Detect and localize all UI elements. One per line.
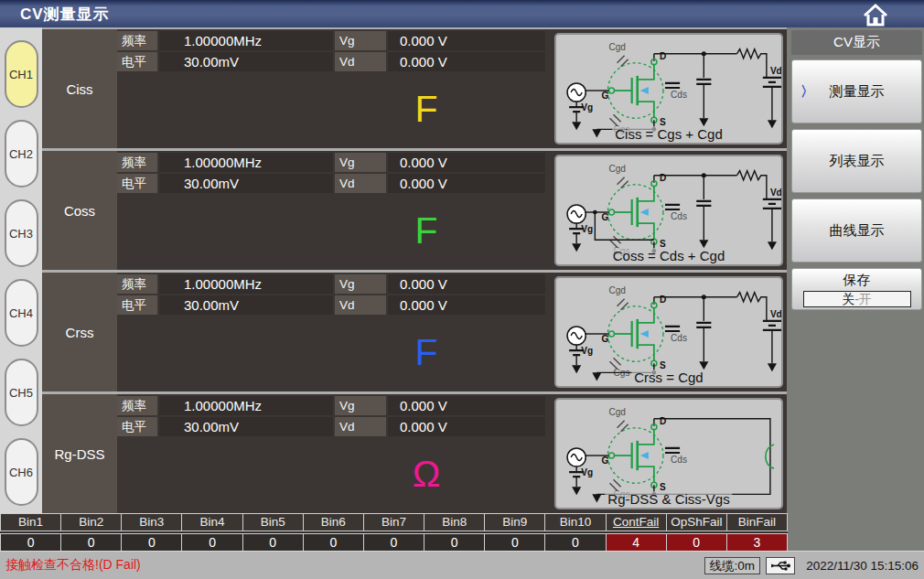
- frequency-value: 1.00000MHz: [159, 31, 333, 50]
- channel-button-ch3[interactable]: CH3: [5, 199, 38, 267]
- level-label: 电平: [117, 174, 157, 193]
- vd-value: 0.000 V: [388, 417, 545, 436]
- button-save[interactable]: 保存 关-开: [791, 268, 922, 310]
- bin-value-row: 0 0 0 0 0 0 0 0 0 0 4 0 3: [0, 533, 788, 552]
- bin-header: Bin3: [122, 514, 181, 531]
- toggle-on-label: 开: [859, 292, 872, 306]
- titlebar: CV测量显示: [0, 0, 924, 27]
- bin-count: 0: [424, 534, 484, 551]
- channel-label: CH5: [9, 386, 33, 400]
- sidebar-title: CV显示: [791, 30, 922, 55]
- bin-header-binfail: BinFail: [727, 514, 787, 531]
- channel-label: CH4: [9, 306, 33, 320]
- channel-label: CH1: [9, 68, 33, 81]
- circuit-caption: Coss = Cds + Cgd: [610, 248, 728, 263]
- bin-header: Bin8: [424, 514, 484, 531]
- bin-header: Bin1: [1, 514, 60, 531]
- svg-text:Vd: Vd: [770, 66, 781, 76]
- circuit-caption: Crss = Cgd: [631, 370, 705, 385]
- channel-button-ch2[interactable]: CH2: [5, 120, 38, 188]
- svg-text:G: G: [601, 334, 608, 344]
- svg-text:Cds: Cds: [671, 90, 687, 100]
- measurement-unit: F: [414, 193, 437, 268]
- vd-label: Vd: [335, 52, 386, 71]
- vg-label: Vg: [335, 396, 386, 415]
- measurement-unit: Ω: [413, 436, 441, 511]
- clock: 2022/11/30 15:15:06: [800, 559, 919, 573]
- measurement-row-ciss: Ciss 频率 1.00000MHz Vg 0.000 V 电平 30.00mV…: [42, 29, 787, 148]
- svg-text:Vd: Vd: [770, 188, 781, 198]
- svg-text:G: G: [601, 91, 608, 101]
- svg-text:D: D: [660, 173, 666, 183]
- bin-header: Bin7: [364, 514, 424, 531]
- measurement-data: 频率 1.00000MHz Vg 0.000 V 电平 30.00mV Vd 0…: [117, 151, 551, 270]
- measurement-data: 频率 1.00000MHz Vg 0.000 V 电平 30.00mV Vd 0…: [117, 29, 551, 148]
- bin-header-opshfail: OpShFail: [667, 514, 726, 531]
- channel-button-ch1[interactable]: CH1: [5, 40, 38, 108]
- bin-count: 0: [304, 534, 363, 551]
- level-label: 电平: [117, 295, 157, 315]
- vg-label: Vg: [335, 274, 386, 294]
- bin-header: Bin5: [243, 514, 303, 531]
- circuit-panel: Vd D S G: [554, 33, 783, 145]
- level-value: 30.00mV: [159, 295, 333, 315]
- bin-count: 0: [545, 534, 605, 551]
- svg-text:G: G: [601, 212, 608, 222]
- frequency-value: 1.00000MHz: [159, 274, 333, 294]
- button-list-display[interactable]: 列表显示: [791, 129, 922, 193]
- channel-button-ch5[interactable]: CH5: [5, 359, 38, 426]
- vd-label: Vd: [335, 295, 386, 315]
- svg-text:Cgd: Cgd: [608, 164, 626, 174]
- channel-button-ch4[interactable]: CH4: [5, 279, 38, 347]
- vd-label: Vd: [335, 174, 386, 193]
- save-toggle[interactable]: 关-开: [803, 291, 911, 307]
- svg-text:G: G: [601, 456, 608, 466]
- button-measure-display[interactable]: 〉 测量显示: [791, 59, 922, 123]
- bin-count: 0: [364, 534, 424, 551]
- vg-label: Vg: [335, 153, 386, 172]
- frequency-value: 1.00000MHz: [159, 153, 333, 172]
- measurement-row-rgdss: Rg-DSS 频率 1.00000MHz Vg 0.000 V 电平 30.00…: [42, 394, 787, 513]
- bin-header: Bin4: [182, 514, 242, 531]
- bin-count: 0: [1, 534, 60, 551]
- svg-text:Vg: Vg: [581, 346, 593, 356]
- frequency-label: 频率: [117, 274, 157, 294]
- vg-value: 0.000 V: [388, 274, 545, 294]
- level-value: 30.00mV: [159, 52, 333, 71]
- measurement-data: 频率 1.00000MHz Vg 0.000 V 电平 30.00mV Vd 0…: [117, 394, 551, 513]
- vg-label: Vg: [335, 31, 386, 50]
- bin-header: Bin9: [485, 514, 544, 531]
- measurement-row-coss: Coss 频率 1.00000MHz Vg 0.000 V 电平 30.00mV…: [42, 151, 787, 270]
- vd-value: 0.000 V: [388, 295, 545, 315]
- circuit-panel: Vd D S G: [554, 155, 783, 266]
- level-value: 30.00mV: [159, 417, 333, 436]
- button-label: 测量显示: [830, 83, 885, 101]
- button-curve-display[interactable]: 曲线显示: [791, 198, 922, 263]
- vd-value: 0.000 V: [388, 174, 545, 193]
- vg-value: 0.000 V: [388, 31, 545, 50]
- bin-header: Bin6: [304, 514, 363, 531]
- channel-button-ch6[interactable]: CH6: [5, 438, 38, 506]
- bin-header-contfail: ContFail: [607, 514, 666, 531]
- circuit-panel: D S G Cgd Cgs Cds Vg: [554, 398, 783, 509]
- sidebar: CV显示 〉 测量显示 列表显示 曲线显示 保存 关-开: [789, 27, 924, 551]
- measurement-data: 频率 1.00000MHz Vg 0.000 V 电平 30.00mV Vd 0…: [117, 273, 551, 391]
- svg-text:Vd: Vd: [770, 309, 781, 319]
- button-label: 列表显示: [830, 153, 885, 170]
- parameter-name: Rg-DSS: [42, 394, 117, 513]
- svg-text:D: D: [660, 295, 666, 305]
- svg-text:Cds: Cds: [671, 211, 687, 221]
- channel-label: CH2: [9, 147, 33, 161]
- level-label: 电平: [117, 52, 157, 71]
- toggle-off-label: 关: [842, 292, 854, 306]
- home-button[interactable]: [862, 3, 889, 27]
- bin-count: 0: [122, 534, 181, 551]
- bin-header: Bin10: [545, 514, 605, 531]
- measurement-rows: Ciss 频率 1.00000MHz Vg 0.000 V 电平 30.00mV…: [42, 27, 787, 513]
- bin-count: 0: [61, 534, 121, 551]
- circuit-caption: Rg-DSS & Ciss-Vgs: [605, 491, 732, 507]
- svg-text:Cgd: Cgd: [608, 285, 626, 295]
- parameter-name: Crss: [42, 273, 117, 391]
- frequency-label: 频率: [117, 396, 157, 415]
- measurement-unit: F: [414, 71, 437, 146]
